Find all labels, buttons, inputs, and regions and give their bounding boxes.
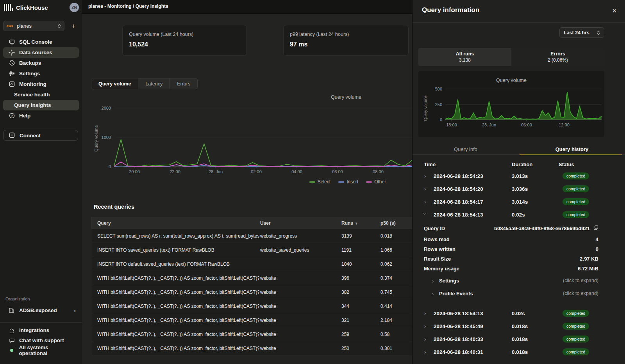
svg-text:28. Jun: 28. Jun bbox=[209, 169, 223, 174]
table-row[interactable]: WITH bitShiftLeft(CAST(?..), _CAST(?..))… bbox=[91, 327, 412, 341]
sidebar-item-help[interactable]: ?Help bbox=[3, 110, 79, 121]
table-row[interactable]: WITH bitShiftLeft(CAST(?..), _CAST(?..))… bbox=[91, 271, 412, 285]
chevron-right-icon[interactable]: › bbox=[424, 310, 426, 316]
history-row[interactable]: ›2024-06-28 18:40:310.018scompleted bbox=[412, 345, 625, 358]
expandable-settings[interactable]: ›Settings(click to expand) bbox=[432, 277, 598, 286]
history-row[interactable]: ›2024-06-28 18:40:330.018scompleted bbox=[412, 332, 625, 345]
data-sources-icon bbox=[9, 50, 15, 56]
tab-query-volume[interactable]: Query volume bbox=[91, 78, 138, 89]
expandable-profile-events[interactable]: ›Profile Events(click to expand) bbox=[432, 290, 598, 298]
sidebar-item-label: Query insights bbox=[14, 102, 51, 108]
legend-item-insert[interactable]: Insert bbox=[338, 179, 358, 185]
detail-label: Rows read bbox=[424, 236, 450, 242]
chevron-right-icon[interactable]: › bbox=[424, 336, 426, 342]
sidebar-item-chat-with-support[interactable]: Chat with support bbox=[3, 335, 79, 345]
table-row[interactable]: WITH bitShiftLeft(CAST(?..), _CAST(?..))… bbox=[91, 299, 412, 313]
svg-text:22:00: 22:00 bbox=[170, 169, 180, 174]
sidebar-item-label: Integrations bbox=[19, 327, 49, 333]
cell-query: WITH bitShiftLeft(CAST(?..), _CAST(?..))… bbox=[91, 332, 259, 337]
cell-query: INSERT INTO default.saved_queries (text)… bbox=[91, 261, 259, 267]
copy-icon[interactable] bbox=[593, 225, 598, 231]
sidebar-item-all-systems-operational[interactable]: All systems operational bbox=[3, 345, 79, 355]
detail-row: Query IDb0845aa9-a8c9-49f0-8f68-e678669b… bbox=[424, 225, 598, 233]
cell-runs: 3139 bbox=[341, 233, 380, 239]
query-volume-chart: 20001000020:0022:0028. Jun02:0004:0006:0… bbox=[82, 92, 438, 189]
tab-latency[interactable]: Latency bbox=[138, 78, 170, 89]
sidebar-item-service-health[interactable]: Service health bbox=[3, 89, 79, 100]
connect-button[interactable]: Connect bbox=[3, 130, 78, 141]
stat-label: p99 latency (Last 24 hours) bbox=[290, 32, 402, 37]
stat-value: 10,524 bbox=[129, 41, 240, 48]
organization-item[interactable]: ADSB.exposed › bbox=[3, 305, 79, 316]
status-badge: completed bbox=[562, 198, 589, 205]
chevron-right-icon[interactable]: › bbox=[424, 186, 426, 192]
help-icon: ? bbox=[9, 113, 15, 119]
toggle-errors[interactable]: Errors 2 (0.06%) bbox=[511, 48, 604, 66]
history-time: 2024-06-28 18:54:23 bbox=[434, 173, 483, 179]
detail-row: Result Size2.97 KB bbox=[424, 255, 598, 264]
chevron-down-icon[interactable]: › bbox=[422, 213, 428, 215]
history-time: 2024-06-28 18:40:33 bbox=[434, 336, 483, 342]
detail-label: Result Size bbox=[424, 256, 451, 262]
panel-title: Query information bbox=[422, 6, 479, 14]
tab-query-info[interactable]: Query info bbox=[412, 144, 519, 154]
table-row[interactable]: WITH bitShiftLeft(CAST(?..), _CAST(?..))… bbox=[91, 341, 412, 355]
sidebar-item-label: Monitoring bbox=[19, 81, 46, 87]
legend-item-other[interactable]: Other bbox=[366, 179, 386, 185]
sidebar-item-sql-console[interactable]: SQL Console bbox=[3, 37, 79, 47]
history-row[interactable]: ›2024-06-28 18:54:130.02scompleted bbox=[412, 307, 625, 320]
tab-errors[interactable]: Errors bbox=[170, 78, 197, 89]
avatar[interactable]: ZN bbox=[70, 3, 79, 12]
history-row[interactable]: ›2024-06-28 18:54:233.013scompleted bbox=[412, 169, 625, 182]
sidebar-item-data-sources[interactable]: Data sources bbox=[3, 47, 79, 58]
history-row[interactable]: ›2024-06-28 18:45:490.018scompleted bbox=[412, 320, 625, 332]
sidebar-item-monitoring[interactable]: Monitoring bbox=[3, 79, 79, 89]
table-row[interactable]: WITH bitShiftLeft(CAST(?..), _CAST(?..))… bbox=[91, 313, 412, 327]
aws-icon: aws bbox=[7, 24, 13, 28]
status-dot bbox=[9, 347, 14, 353]
legend-label: Other bbox=[374, 179, 386, 185]
col-duration: Duration bbox=[512, 162, 532, 167]
recent-queries-title: Recent queries bbox=[94, 204, 134, 210]
column-header-query: Query bbox=[91, 220, 259, 226]
table-row[interactable]: SELECT sum(read_rows) AS r, sum(total_ro… bbox=[91, 229, 412, 243]
expand-hint: (click to expand) bbox=[563, 278, 598, 283]
sidebar-item-integrations[interactable]: Integrations bbox=[3, 325, 79, 335]
tab-query-history[interactable]: Query history bbox=[519, 144, 625, 154]
table-row[interactable]: INSERT INTO saved_queries (text) FORMAT … bbox=[91, 243, 412, 257]
breadcrumb: planes - Monitoring / Query insights bbox=[88, 4, 168, 9]
history-row[interactable]: ›2024-06-28 18:54:173.014scompleted bbox=[412, 195, 625, 208]
time-range-select[interactable]: Last 24 hrs bbox=[559, 27, 604, 38]
table-row[interactable]: WITH bitShiftLeft(CAST(?..), _CAST(?..))… bbox=[91, 285, 412, 299]
cell-runs: 1191 bbox=[341, 247, 380, 253]
history-row[interactable]: ›2024-06-28 18:54:130.02scompleted bbox=[412, 208, 625, 221]
sidebar: ClickHouse ZN aws planes + SQL ConsoleDa… bbox=[0, 0, 82, 364]
chevron-right-icon[interactable]: › bbox=[424, 199, 426, 205]
service-selector[interactable]: aws planes bbox=[3, 21, 64, 31]
chevron-right-icon[interactable]: › bbox=[424, 323, 426, 329]
chevron-right-icon[interactable]: › bbox=[424, 349, 426, 355]
cell-query: INSERT INTO saved_queries (text) FORMAT … bbox=[91, 247, 259, 253]
table-row[interactable]: INSERT INTO default.saved_queries (text)… bbox=[91, 257, 412, 271]
close-icon[interactable]: ✕ bbox=[610, 7, 619, 15]
history-duration: 0.02s bbox=[512, 211, 525, 217]
history-duration: 0.018s bbox=[512, 349, 528, 355]
add-service-button[interactable]: + bbox=[68, 21, 79, 31]
sidebar-item-label: SQL Console bbox=[19, 39, 52, 45]
sql-console-icon bbox=[9, 39, 15, 45]
detail-value: 0 bbox=[596, 246, 598, 252]
legend-item-select[interactable]: Select bbox=[309, 179, 330, 185]
sidebar-item-backups[interactable]: Backups bbox=[3, 58, 79, 68]
chevron-right-icon[interactable]: › bbox=[424, 173, 426, 179]
history-time: 2024-06-28 18:54:13 bbox=[434, 310, 483, 316]
column-header-user: User bbox=[259, 220, 341, 226]
cell-query: WITH bitShiftLeft(CAST(?..), _CAST(?..))… bbox=[91, 318, 259, 323]
status-badge: completed bbox=[562, 211, 589, 218]
cell-user: website_progress bbox=[259, 233, 341, 239]
sidebar-item-settings[interactable]: Settings bbox=[3, 68, 79, 79]
history-row[interactable]: ›2024-06-28 18:54:203.036scompleted bbox=[412, 182, 625, 195]
sidebar-item-query-insights[interactable]: Query insights bbox=[3, 100, 79, 110]
toggle-all-runs[interactable]: All runs 3,138 bbox=[418, 48, 511, 66]
updown-chevron-icon bbox=[597, 30, 600, 35]
column-header-runs[interactable]: Runs▼ bbox=[341, 220, 380, 226]
